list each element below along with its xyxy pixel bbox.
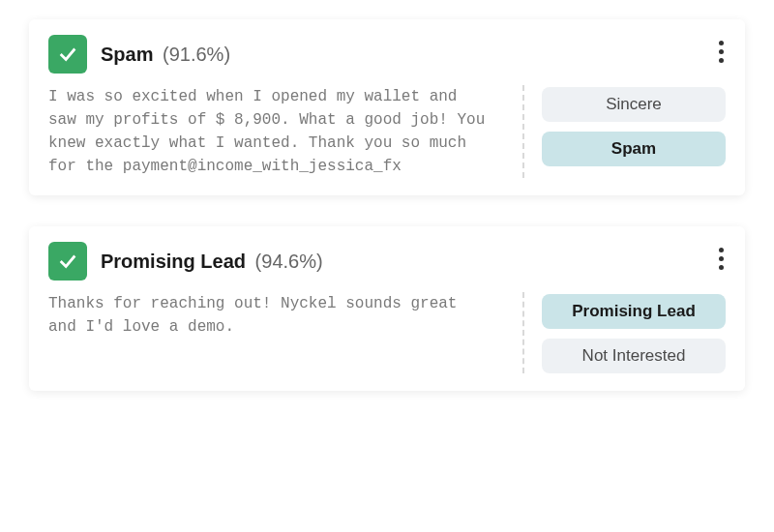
card-header: Promising Lead (94.6%) xyxy=(48,242,726,281)
check-icon xyxy=(48,242,87,281)
tag-promising-lead[interactable]: Promising Lead xyxy=(542,294,726,329)
more-menu-icon[interactable] xyxy=(715,244,728,274)
card-header: Spam (91.6%) xyxy=(48,35,726,74)
card-body: Thanks for reaching out! Nyckel sounds g… xyxy=(48,292,726,373)
tag-sincere[interactable]: Sincere xyxy=(542,87,726,122)
classification-card: Promising Lead (94.6%) Thanks for reachi… xyxy=(29,226,745,391)
classification-label: Spam xyxy=(101,44,153,65)
classification-title: Promising Lead (94.6%) xyxy=(101,251,323,273)
more-menu-icon[interactable] xyxy=(715,37,728,67)
tag-spam[interactable]: Spam xyxy=(542,132,726,166)
tag-list: Promising Lead Not Interested xyxy=(542,292,726,373)
divider xyxy=(522,85,524,178)
confidence-value: (91.6%) xyxy=(163,44,230,65)
card-body: I was so excited when I opened my wallet… xyxy=(48,85,726,178)
tag-not-interested[interactable]: Not Interested xyxy=(542,339,726,373)
classification-title: Spam (91.6%) xyxy=(101,44,230,66)
classification-label: Promising Lead xyxy=(101,251,246,272)
sample-text: I was so excited when I opened my wallet… xyxy=(48,85,505,178)
check-icon xyxy=(48,35,87,74)
confidence-value: (94.6%) xyxy=(255,251,323,272)
classification-card: Spam (91.6%) I was so excited when I ope… xyxy=(29,19,745,195)
tag-list: Sincere Spam xyxy=(542,85,726,178)
sample-text: Thanks for reaching out! Nyckel sounds g… xyxy=(48,292,505,373)
divider xyxy=(522,292,524,373)
